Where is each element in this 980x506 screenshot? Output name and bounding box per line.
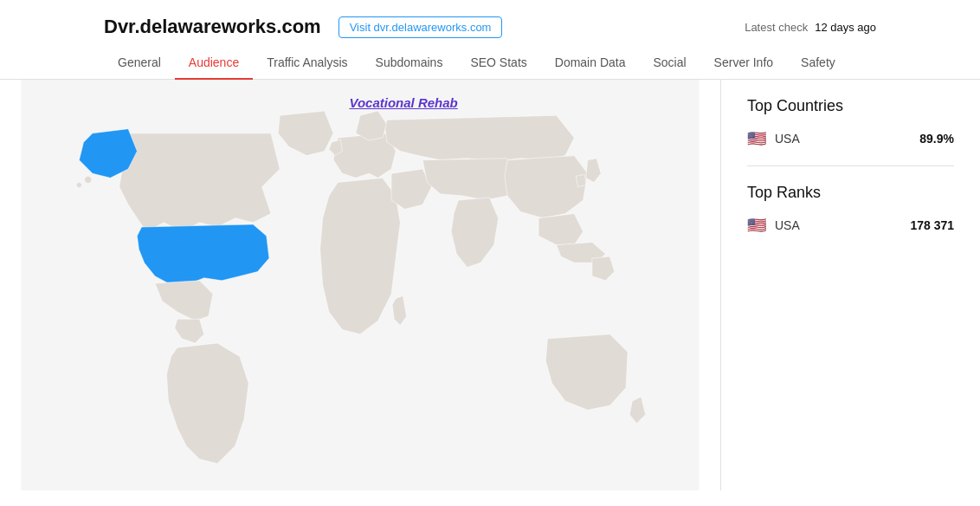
world-map xyxy=(0,80,720,490)
latest-check-section: Latest check 12 days ago xyxy=(745,21,876,34)
tab-social[interactable]: Social xyxy=(639,47,700,80)
right-panel: Top Countries 🇺🇸 USA 89.9% Top Ranks 🇺🇸 … xyxy=(720,80,980,490)
tab-traffic[interactable]: Traffic Analysis xyxy=(253,47,361,80)
tab-seo[interactable]: SEO Stats xyxy=(456,47,540,80)
usa-country-percentage: 89.9% xyxy=(919,132,954,146)
tab-server[interactable]: Server Info xyxy=(700,47,787,80)
top-ranks-title: Top Ranks xyxy=(747,184,954,202)
svg-point-2 xyxy=(76,183,81,188)
main-content: Vocational Rehab xyxy=(0,80,980,490)
tab-audience[interactable]: Audience xyxy=(175,47,253,80)
tab-general[interactable]: General xyxy=(104,47,175,80)
usa-flag: 🇺🇸 xyxy=(747,129,766,148)
header: Dvr.delawareworks.com Visit dvr.delaware… xyxy=(0,0,980,38)
usa-rank-flag: 🇺🇸 xyxy=(747,216,766,235)
usa-country-name: USA xyxy=(775,132,911,146)
latest-check-label: Latest check xyxy=(745,21,808,34)
rank-row-usa: 🇺🇸 USA 178 371 xyxy=(747,216,954,235)
tab-safety[interactable]: Safety xyxy=(787,47,849,80)
top-countries-title: Top Countries xyxy=(747,97,954,115)
section-divider xyxy=(747,165,954,166)
nav-tabs: General Audience Traffic Analysis Subdom… xyxy=(0,47,980,80)
latest-check-value: 12 days ago xyxy=(815,21,876,34)
usa-rank-value: 178 371 xyxy=(910,218,954,232)
map-label[interactable]: Vocational Rehab xyxy=(349,95,457,110)
map-area: Vocational Rehab xyxy=(0,80,720,490)
tab-domain[interactable]: Domain Data xyxy=(541,47,640,80)
site-title: Dvr.delawareworks.com xyxy=(104,16,321,38)
country-row-usa: 🇺🇸 USA 89.9% xyxy=(747,129,954,148)
tab-subdomains[interactable]: Subdomains xyxy=(362,47,457,80)
visit-link-button[interactable]: Visit dvr.delawareworks.com xyxy=(338,16,503,38)
usa-rank-name: USA xyxy=(775,218,901,232)
svg-point-1 xyxy=(85,176,92,183)
